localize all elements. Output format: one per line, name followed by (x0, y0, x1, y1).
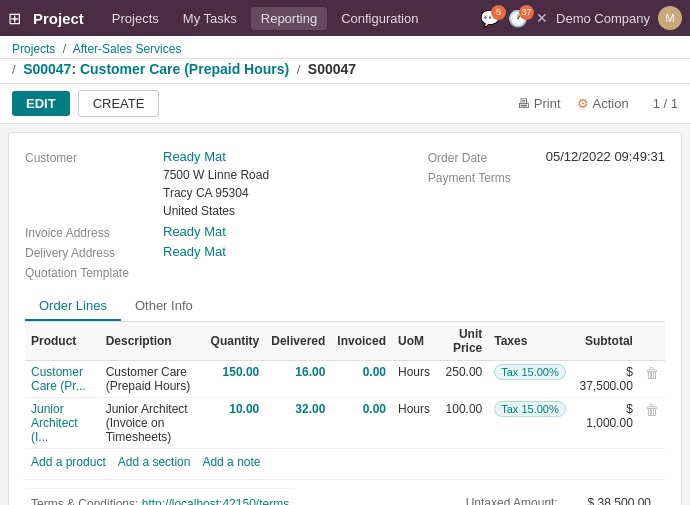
create-button[interactable]: CREATE (78, 90, 160, 117)
tab-other-info[interactable]: Other Info (121, 292, 207, 321)
print-button[interactable]: 🖶 Print (517, 96, 561, 111)
fields-right-grid: Order Date 05/12/2022 09:49:31 Payment T… (428, 149, 665, 185)
payment-terms-label: Payment Terms (428, 169, 538, 185)
untaxed-value: $ 38,500.00 (566, 494, 657, 505)
row2-tax-badge[interactable]: Tax 15.00% (494, 401, 565, 417)
row1-quantity[interactable]: 150.00 (205, 361, 266, 398)
payment-terms-value[interactable] (546, 169, 665, 185)
row2-quantity[interactable]: 10.00 (205, 398, 266, 449)
add-note-link[interactable]: Add a note (202, 455, 260, 469)
navbar: ⊞ Project Projects My Tasks Reporting Co… (0, 0, 690, 36)
messages-badge: 5 (491, 5, 506, 20)
totals-table: Untaxed Amount: $ 38,500.00 Tax 15%: $ 5… (458, 492, 659, 505)
avatar[interactable]: M (658, 6, 682, 30)
nav-menu: Projects My Tasks Reporting Configuratio… (102, 7, 472, 30)
customer-value-block: Ready Mat 7500 W Linne Road Tracy CA 953… (163, 149, 388, 220)
row1-delete-icon[interactable]: 🗑 (645, 365, 659, 381)
messages-icon-wrap[interactable]: 💬 5 (480, 9, 500, 28)
nav-reporting[interactable]: Reporting (251, 7, 327, 30)
untaxed-row: Untaxed Amount: $ 38,500.00 (460, 494, 657, 505)
activity-icon-wrap[interactable]: 🕐 37 (508, 9, 528, 28)
order-table: Product Description Quantity Delivered I… (25, 322, 665, 449)
toolbar: EDIT CREATE 🖶 Print ⚙ Action 1 / 1 (0, 84, 690, 124)
form-fields: Customer Ready Mat 7500 W Linne Road Tra… (25, 149, 665, 280)
print-icon: 🖶 (517, 96, 530, 111)
edit-button[interactable]: EDIT (12, 91, 70, 116)
add-product-link[interactable]: Add a product (31, 455, 106, 469)
col-description: Description (100, 322, 205, 361)
nav-projects[interactable]: Projects (102, 7, 169, 30)
col-invoiced: Invoiced (331, 322, 392, 361)
col-product: Product (25, 322, 100, 361)
customer-name[interactable]: Ready Mat (163, 149, 388, 164)
terms-section: Terms & Conditions: http://localhost:421… (25, 488, 295, 505)
quotation-template-value (163, 264, 388, 280)
row1-invoiced: 0.00 (331, 361, 392, 398)
delivery-address-label: Delivery Address (25, 244, 155, 260)
row2-subtotal: $ 1,000.00 (572, 398, 639, 449)
page-title: / S00047: Customer Care (Prepaid Hours) … (0, 59, 690, 83)
pagination: 1 / 1 (653, 96, 678, 111)
address-line1: 7500 W Linne Road (163, 166, 388, 184)
breadcrumb-projects[interactable]: Projects (12, 42, 55, 56)
invoice-address-label: Invoice Address (25, 224, 155, 240)
terms-url[interactable]: http://localhost:42150/terms (142, 497, 289, 505)
row2-product[interactable]: Junior Architect (I... (25, 398, 100, 449)
nav-my-tasks[interactable]: My Tasks (173, 7, 247, 30)
row2-unit-price[interactable]: 100.00 (436, 398, 488, 449)
row1-taxes: Tax 15.00% (488, 361, 571, 398)
col-taxes: Taxes (488, 322, 571, 361)
add-section-link[interactable]: Add a section (118, 455, 191, 469)
record-title-link[interactable]: S00047: Customer Care (Prepaid Hours) (23, 61, 289, 77)
action-label: Action (593, 96, 629, 111)
col-quantity: Quantity (205, 322, 266, 361)
breadcrumb-sep1: / (63, 42, 66, 56)
order-date-label: Order Date (428, 149, 538, 165)
print-label: Print (534, 96, 561, 111)
row1-product[interactable]: Customer Care (Pr... (25, 361, 100, 398)
nav-configuration[interactable]: Configuration (331, 7, 428, 30)
apps-icon[interactable]: ⊞ (8, 9, 21, 28)
quotation-template-label: Quotation Template (25, 264, 155, 280)
record-short: S00047 (308, 61, 356, 77)
row2-delivered: 32.00 (265, 398, 331, 449)
totals-section: Untaxed Amount: $ 38,500.00 Tax 15%: $ 5… (452, 488, 665, 505)
company-name: Demo Company (556, 11, 650, 26)
add-links: Add a product Add a section Add a note (25, 449, 665, 475)
col-uom: UoM (392, 322, 436, 361)
row1-delivered: 16.00 (265, 361, 331, 398)
row2-delete-icon[interactable]: 🗑 (645, 402, 659, 418)
col-delete (639, 322, 665, 361)
untaxed-label: Untaxed Amount: (460, 494, 564, 505)
col-subtotal: Subtotal (572, 322, 639, 361)
action-button[interactable]: ⚙ Action (577, 96, 629, 111)
main-form: Customer Ready Mat 7500 W Linne Road Tra… (8, 132, 682, 505)
delivery-address-value[interactable]: Ready Mat (163, 244, 388, 260)
row1-tax-badge[interactable]: Tax 15.00% (494, 364, 565, 380)
tabs: Order Lines Other Info (25, 292, 665, 322)
order-date-value: 05/12/2022 09:49:31 (546, 149, 665, 165)
table-row: Customer Care (Pr... Customer Care (Prep… (25, 361, 665, 398)
row2-taxes: Tax 15.00% (488, 398, 571, 449)
close-icon[interactable]: ✕ (536, 10, 548, 26)
activity-badge: 37 (519, 5, 534, 20)
tab-order-lines[interactable]: Order Lines (25, 292, 121, 321)
row1-unit-price[interactable]: 250.00 (436, 361, 488, 398)
table-row: Junior Architect (I... Junior Architect … (25, 398, 665, 449)
row2-invoiced: 0.00 (331, 398, 392, 449)
row1-description: Customer Care (Prepaid Hours) (100, 361, 205, 398)
row1-uom: Hours (392, 361, 436, 398)
invoice-address-value[interactable]: Ready Mat (163, 224, 388, 240)
row2-description: Junior Architect (Invoice on Timesheets) (100, 398, 205, 449)
row2-uom: Hours (392, 398, 436, 449)
fields-left-grid: Customer Ready Mat 7500 W Linne Road Tra… (25, 149, 388, 280)
left-fields: Customer Ready Mat 7500 W Linne Road Tra… (25, 149, 388, 280)
customer-label: Customer (25, 149, 155, 220)
terms-label: Terms & Conditions: (31, 497, 138, 505)
breadcrumb-after-sales[interactable]: After-Sales Services (73, 42, 182, 56)
col-delivered: Delivered (265, 322, 331, 361)
action-icon: ⚙ (577, 96, 589, 111)
breadcrumb: Projects / After-Sales Services (0, 36, 690, 59)
navbar-right: 💬 5 🕐 37 ✕ Demo Company M (480, 6, 682, 30)
right-fields: Order Date 05/12/2022 09:49:31 Payment T… (388, 149, 665, 280)
